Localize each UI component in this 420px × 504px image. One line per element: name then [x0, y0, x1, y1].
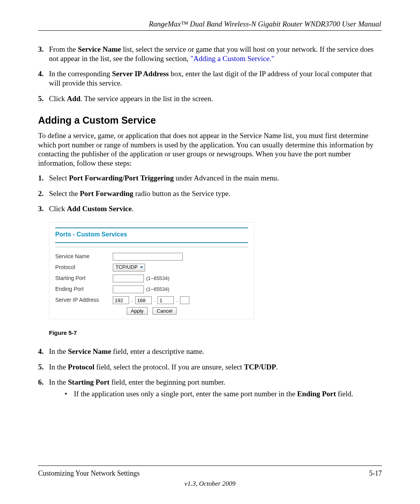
- starting-port-input[interactable]: [113, 275, 144, 282]
- starting-port-hint: (1~65534): [146, 275, 170, 282]
- ending-port-row: Ending Port (1~65534): [55, 285, 248, 293]
- text: In the: [49, 347, 68, 355]
- text: .: [276, 363, 278, 371]
- text: field, select the protocol. If you are u…: [94, 363, 244, 371]
- step-number: 5.: [38, 362, 44, 372]
- custom-service-steps: 1. Select Port Forwarding/Port Triggerin…: [38, 173, 382, 214]
- step-number: 4.: [38, 347, 44, 356]
- section-paragraph: To define a service, game, or applicatio…: [38, 131, 382, 168]
- ending-port-hint: (1~65534): [146, 286, 170, 292]
- text: field, enter the beginning port number.: [110, 378, 226, 386]
- initial-steps-list: 3. From the Service Name list, select th…: [38, 45, 382, 103]
- service-name-input[interactable]: [113, 253, 183, 261]
- step-number: 4.: [38, 69, 44, 79]
- add-bold: Add: [67, 94, 80, 103]
- ports-custom-services-panel: Ports - Custom Services Service Name Pro…: [49, 222, 254, 319]
- protocol-select[interactable]: TCP/UDP: [113, 264, 145, 271]
- text: In the corresponding: [49, 70, 112, 78]
- step-5: 5. Click Add. The service appears in the…: [38, 94, 382, 103]
- text: Click: [49, 94, 67, 103]
- header-rule: [38, 30, 382, 31]
- step-number: 3.: [38, 45, 44, 54]
- server-ip-bold: Server IP Address: [112, 70, 169, 78]
- text: Select the: [49, 189, 80, 198]
- apply-button[interactable]: Apply: [127, 307, 148, 315]
- text: radio button as the Service type.: [133, 189, 231, 198]
- text: .: [132, 205, 134, 213]
- ip-octet-4-input[interactable]: [180, 296, 189, 304]
- step-number: 2.: [38, 189, 44, 198]
- text: under Advanced in the main menu.: [174, 174, 279, 182]
- starting-port-row: Starting Port (1~65534): [55, 275, 248, 282]
- page-footer: Customizing Your Network Settings 5-17 v…: [38, 466, 382, 488]
- running-header: RangeMax™ Dual Band Wireless-N Gigabit R…: [38, 19, 382, 29]
- service-name-row: Service Name: [55, 253, 248, 261]
- server-ip-row: Server IP Address . . .: [55, 296, 248, 304]
- text: In the: [49, 363, 68, 371]
- starting-port-label: Starting Port: [55, 275, 113, 282]
- text: field.: [336, 390, 353, 398]
- cancel-button[interactable]: Cancel: [152, 307, 177, 315]
- ip-octet-2-input[interactable]: [135, 296, 152, 304]
- step-number: 1.: [38, 173, 44, 183]
- section-heading: Adding a Custom Service: [38, 114, 382, 126]
- ip-octet-3-input[interactable]: [158, 296, 174, 304]
- text: field, enter a descriptive name.: [111, 347, 204, 355]
- step-number: 6.: [38, 378, 44, 387]
- step-2: 2. Select the Port Forwarding radio butt…: [38, 189, 382, 198]
- bold: TCP/UDP: [244, 363, 276, 371]
- bold: Protocol: [68, 363, 94, 371]
- step-number: 3.: [38, 204, 44, 214]
- footer-version: v1.3, October 2009: [38, 480, 382, 488]
- adding-custom-service-link[interactable]: "Adding a Custom Service.": [191, 54, 275, 63]
- service-name-label: Service Name: [55, 253, 113, 260]
- footer-rule: [38, 466, 382, 466]
- footer-chapter: Customizing Your Network Settings: [38, 469, 140, 478]
- step-number: 5.: [38, 94, 44, 103]
- panel-rule-top: [55, 228, 248, 228]
- panel-title: Ports - Custom Services: [55, 231, 248, 238]
- bold: Starting Port: [68, 378, 110, 386]
- panel-divider: [55, 247, 248, 247]
- bold: Add Custom Service: [67, 205, 132, 213]
- bold: Port Forwarding: [80, 189, 133, 198]
- protocol-row: Protocol TCP/UDP: [55, 264, 248, 271]
- text: From the: [49, 45, 78, 53]
- dot-icon: .: [131, 297, 133, 303]
- step-5b: 5. In the Protocol field, select the pro…: [38, 362, 382, 372]
- service-name-bold: Service Name: [78, 45, 121, 53]
- footer-page-number: 5-17: [369, 469, 382, 478]
- protocol-label: Protocol: [55, 264, 113, 271]
- panel-rule: [55, 242, 248, 243]
- text: In the: [49, 378, 68, 386]
- figure-wrapper: Ports - Custom Services Service Name Pro…: [49, 222, 382, 337]
- text: Select: [49, 174, 69, 182]
- step-4b: 4. In the Service Name field, enter a de…: [38, 347, 382, 356]
- sub-bullet: If the application uses only a single po…: [65, 389, 382, 399]
- text: . The service appears in the list in the…: [80, 94, 213, 103]
- step-3b: 3. Click Add Custom Service.: [38, 204, 382, 214]
- step-6b: 6. In the Starting Port field, enter the…: [38, 378, 382, 399]
- dot-icon: .: [176, 297, 178, 303]
- server-ip-label: Server IP Address: [55, 297, 113, 304]
- ip-octet-1-input[interactable]: [113, 296, 129, 304]
- ending-port-label: Ending Port: [55, 286, 113, 293]
- bold: Ending Port: [297, 390, 336, 398]
- text: If the application uses only a single po…: [74, 390, 297, 398]
- text: Click: [49, 205, 67, 213]
- step-1: 1. Select Port Forwarding/Port Triggerin…: [38, 173, 382, 183]
- step-4: 4. In the corresponding Server IP Addres…: [38, 69, 382, 88]
- bold: Port Forwarding/Port Triggering: [69, 174, 173, 182]
- sub-bullets: If the application uses only a single po…: [49, 389, 382, 399]
- figure-caption: Figure 5-7: [49, 329, 382, 337]
- ending-port-input[interactable]: [113, 285, 144, 293]
- custom-service-steps-cont: 4. In the Service Name field, enter a de…: [38, 347, 382, 399]
- dot-icon: .: [154, 297, 156, 303]
- button-row: Apply Cancel: [55, 307, 248, 315]
- step-3: 3. From the Service Name list, select th…: [38, 45, 382, 63]
- bold: Service Name: [68, 347, 111, 355]
